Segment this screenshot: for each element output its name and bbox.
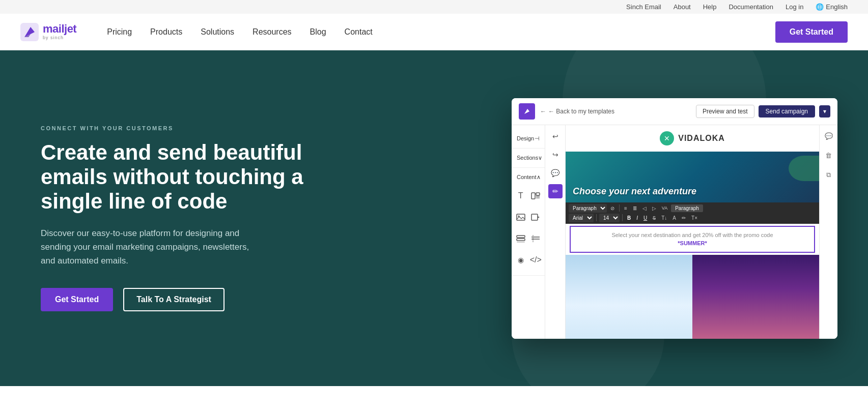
video-icon[interactable] — [529, 207, 543, 227]
logo[interactable]: mailjet by sinch — [20, 23, 76, 41]
editor-logo-svg — [522, 107, 531, 116]
duplicate-right-icon[interactable]: ⧉ — [822, 168, 836, 182]
design-label: Design — [517, 135, 534, 141]
hero-description: Discover our easy-to-use platform for de… — [41, 226, 265, 268]
back-label: ← Back to my templates — [548, 108, 614, 115]
sidebar-content-section: Content ∧ T — [512, 168, 545, 276]
sections-chevron: ∨ — [538, 155, 542, 161]
redo-tool[interactable]: ↪ — [548, 148, 563, 162]
layout-icon[interactable] — [514, 228, 528, 249]
navbar-get-started-button[interactable]: Get Started — [775, 21, 848, 43]
hero-section: CONNECT WITH YOUR CUSTOMERS Create and s… — [0, 50, 868, 386]
toolbar-divider — [619, 204, 620, 212]
editor-back-link[interactable]: ← ← Back to my templates — [540, 108, 691, 115]
sidebar-sections-section: Sections ∨ — [512, 149, 545, 168]
send-campaign-dropdown-button[interactable]: ▾ — [819, 105, 830, 118]
image-text-icon[interactable] — [529, 186, 543, 206]
logo-name: mailjet — [43, 23, 76, 35]
indent-left-btn[interactable]: ◁ — [640, 204, 649, 212]
undo-tool[interactable]: ↩ — [548, 129, 563, 143]
svg-rect-5 — [536, 193, 540, 195]
hero-buttons: Get Started Talk To A Strategist — [41, 288, 305, 311]
sidebar-design-section: Design ⊣ — [512, 129, 545, 149]
ordered-list-btn[interactable]: ≡ — [622, 204, 629, 212]
font-color-btn[interactable]: A — [670, 214, 678, 222]
documentation-link[interactable]: Documentation — [729, 3, 773, 11]
editor-body: Design ⊣ Sections ∨ Content ∧ — [512, 125, 837, 339]
delete-right-icon[interactable]: 🗑 — [822, 149, 836, 163]
strikethrough-btn[interactable]: S̶ — [651, 214, 658, 222]
about-link[interactable]: About — [674, 3, 691, 11]
underline-btn[interactable]: U — [641, 214, 649, 222]
pencil-tool[interactable]: ✏ — [548, 184, 563, 198]
email-images-row — [566, 255, 819, 339]
paragraph-btn[interactable]: Paragraph — [671, 204, 703, 212]
hero-get-started-button[interactable]: Get Started — [41, 288, 113, 311]
content-icons-grid: T — [512, 184, 545, 272]
sidebar-sections-item[interactable]: Sections ∨ — [512, 152, 545, 164]
city-image — [692, 255, 819, 339]
highlight-btn[interactable]: ✏ — [680, 214, 688, 222]
editor-canvas: ✕ VIDALOKA Choose your next adventure — [566, 125, 819, 339]
font-size-select[interactable]: 14 — [599, 214, 620, 222]
indent-right-btn[interactable]: ▷ — [650, 204, 658, 212]
comment-tool[interactable]: 💬 — [548, 166, 563, 180]
send-campaign-button[interactable]: Send campaign — [759, 105, 815, 118]
editor-topbar: ← ← Back to my templates Preview and tes… — [512, 98, 837, 125]
editor-mockup-container: ← ← Back to my templates Preview and tes… — [305, 98, 837, 339]
svg-rect-8 — [517, 214, 525, 220]
sinch-email-link[interactable]: Sinch Email — [626, 3, 661, 11]
preview-and-test-button[interactable]: Preview and test — [696, 105, 754, 118]
top-bar: Sinch Email About Help Documentation Log… — [0, 0, 868, 14]
editor-right-panel: 💬 🗑 ⧉ — [819, 125, 837, 339]
paragraph-style-select[interactable]: Paragraph — [569, 204, 607, 213]
email-logo-header: ✕ VIDALOKA — [566, 125, 819, 152]
sidebar-content-item[interactable]: Content ∧ — [512, 171, 545, 184]
mailjet-logo-icon — [20, 23, 39, 41]
svg-rect-13 — [517, 239, 525, 241]
columns-icon[interactable] — [529, 228, 543, 249]
nav-links: Pricing Products Solutions Resources Blo… — [107, 27, 775, 37]
email-editable-text[interactable]: Select your next destination and get 20%… — [570, 226, 815, 253]
nav-resources[interactable]: Resources — [253, 27, 291, 37]
svg-rect-10 — [531, 214, 538, 220]
bold-btn[interactable]: B — [625, 214, 633, 222]
language-selector[interactable]: 🌐 English — [816, 3, 848, 11]
clear-format-2-btn[interactable]: T× — [689, 214, 699, 222]
sidebar-design-item[interactable]: Design ⊣ — [512, 132, 545, 145]
subscript-btn[interactable]: T↓ — [659, 214, 669, 222]
svg-marker-11 — [538, 216, 540, 218]
font-family-select[interactable]: Arial — [569, 214, 594, 222]
email-preview: ✕ VIDALOKA Choose your next adventure — [566, 125, 819, 339]
unordered-list-btn[interactable]: ≣ — [631, 204, 639, 212]
svg-marker-3 — [524, 109, 529, 114]
image-icon[interactable] — [514, 207, 528, 227]
hero-talk-strategist-button[interactable]: Talk To A Strategist — [123, 288, 225, 311]
help-link[interactable]: Help — [703, 3, 717, 11]
editor-tools-column: ↩ ↪ 💬 ✏ — [545, 125, 566, 339]
content-label: Content — [517, 174, 537, 180]
code-icon[interactable]: </> — [529, 250, 543, 270]
editor-actions: Preview and test Send campaign ▾ — [696, 105, 830, 118]
superscript-btn[interactable]: VA — [660, 204, 669, 212]
hero-content: CONNECT WITH YOUR CUSTOMERS Create and s… — [41, 125, 305, 311]
nav-blog[interactable]: Blog — [310, 27, 326, 37]
toolbar-divider-3 — [622, 214, 623, 221]
clear-format-btn[interactable]: ⊘ — [608, 204, 617, 212]
vidaloka-circle-icon: ✕ — [660, 131, 674, 145]
login-link[interactable]: Log in — [786, 3, 803, 11]
navbar: mailjet by sinch Pricing Products Soluti… — [0, 14, 868, 50]
snow-image — [566, 255, 692, 339]
logo-sub: by sinch — [43, 36, 76, 41]
nav-solutions[interactable]: Solutions — [201, 27, 234, 37]
text-block-icon[interactable]: T — [514, 186, 528, 206]
vidaloka-brand-name: VIDALOKA — [678, 134, 725, 143]
comment-right-icon[interactable]: 💬 — [822, 129, 836, 143]
nav-products[interactable]: Products — [150, 27, 182, 37]
svg-rect-4 — [531, 193, 535, 199]
italic-btn[interactable]: I — [634, 214, 640, 222]
editor-left-sidebar: Design ⊣ Sections ∨ Content ∧ — [512, 125, 545, 339]
social-icon[interactable]: ◉ — [514, 250, 528, 270]
nav-pricing[interactable]: Pricing — [107, 27, 132, 37]
nav-contact[interactable]: Contact — [345, 27, 373, 37]
